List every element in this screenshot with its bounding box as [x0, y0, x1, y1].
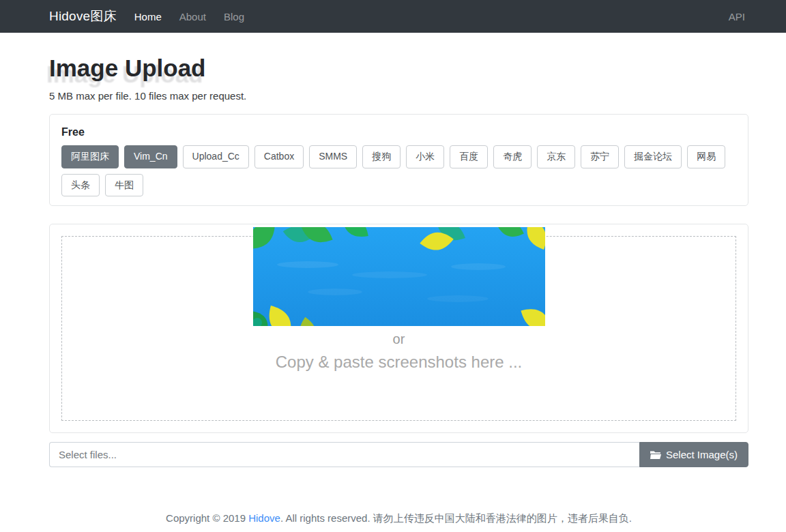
footer-legal-text: . All rights reserved. 请勿上传违反中国大陆和香港法律的图… [280, 512, 632, 524]
dropzone[interactable]: or Copy & paste screenshots here ... [61, 236, 736, 421]
folder-open-icon [650, 450, 661, 460]
top-navbar: Hidove图床 Home About Blog API [0, 0, 786, 33]
provider-button-网易[interactable]: 网易 [687, 145, 725, 168]
provider-button-苏宁[interactable]: 苏宁 [581, 145, 619, 168]
provider-button-SMMS[interactable]: SMMS [309, 145, 357, 168]
provider-button-头条[interactable]: 头条 [61, 174, 100, 197]
banner-image [253, 227, 545, 326]
footer-hidove-link[interactable]: Hidove [248, 512, 280, 524]
page-title: Image Upload [49, 55, 748, 82]
file-input[interactable] [49, 442, 639, 467]
provider-button-Vim_Cn[interactable]: Vim_Cn [124, 145, 177, 168]
brand-logo[interactable]: Hidove图床 [49, 8, 117, 25]
nav-item-api[interactable]: API [729, 11, 745, 23]
provider-button-Catbox[interactable]: Catbox [254, 145, 304, 168]
provider-button-京东[interactable]: 京东 [537, 145, 575, 168]
footer: Copyright © 2019 Hidove. All rights rese… [49, 512, 748, 525]
provider-button-搜狗[interactable]: 搜狗 [362, 145, 401, 168]
provider-button-百度[interactable]: 百度 [450, 145, 488, 168]
file-input-group: Select Image(s) [49, 442, 748, 467]
paste-hint: Copy & paste screenshots here ... [62, 353, 736, 372]
provider-button-阿里图床[interactable]: 阿里图床 [61, 145, 119, 168]
provider-group-label: Free [61, 126, 736, 138]
nav-item-about[interactable]: About [179, 11, 206, 23]
page-subtitle: 5 MB max per file. 10 files max per requ… [49, 90, 748, 102]
or-separator: or [62, 331, 736, 347]
select-images-button-label: Select Image(s) [666, 449, 738, 460]
footer-copyright-text: Copyright © 2019 [166, 512, 248, 524]
provider-button-牛图[interactable]: 牛图 [105, 174, 143, 197]
nav-item-blog[interactable]: Blog [224, 11, 244, 23]
provider-button-Upload_Cc[interactable]: Upload_Cc [183, 145, 249, 168]
provider-card: Free 阿里图床Vim_CnUpload_CcCatboxSMMS搜狗小米百度… [49, 114, 748, 206]
provider-button-奇虎[interactable]: 奇虎 [493, 145, 532, 168]
upload-card: or Copy & paste screenshots here ... [49, 224, 748, 433]
nav-item-home[interactable]: Home [134, 11, 162, 23]
provider-button-小米[interactable]: 小米 [406, 145, 444, 168]
provider-button-group: 阿里图床Vim_CnUpload_CcCatboxSMMS搜狗小米百度奇虎京东苏… [61, 145, 736, 196]
provider-button-掘金论坛[interactable]: 掘金论坛 [624, 145, 682, 168]
select-images-button[interactable]: Select Image(s) [639, 442, 748, 467]
